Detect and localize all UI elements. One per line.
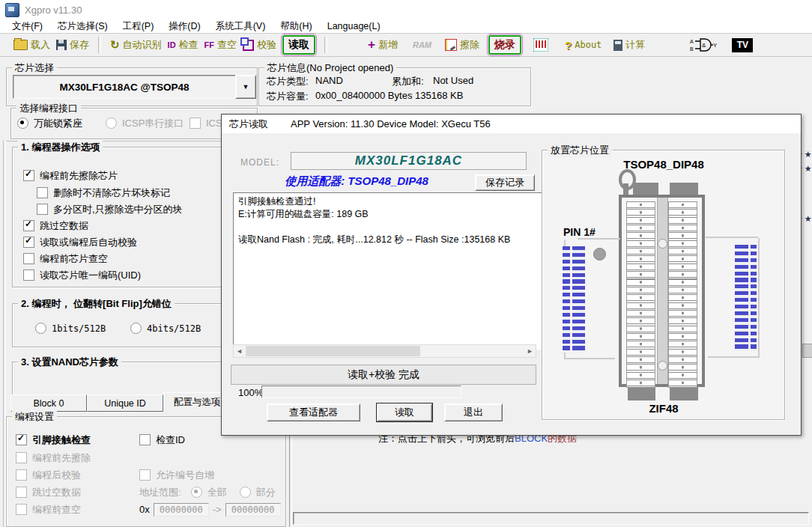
question-icon: ? [565,39,572,52]
tv-icon: TV [732,38,753,52]
scrollbar-fragment[interactable] [802,344,812,358]
auto-identify-button[interactable]: ↻自动识别 [107,35,165,55]
chip-capacity-label: 芯片容量: [267,90,309,103]
view-adapter-button[interactable]: 查看适配器 [267,403,360,421]
radio-4bit-512b[interactable]: 4bits/512B [130,323,201,334]
bit-flip-group: 2. 编程时， 位翻转[Bit Flip]允错位 1bits/512B 4bit… [12,303,222,347]
checkbox-erase-before-program[interactable]: 编程前先擦除芯片 [23,170,118,181]
checkbox-blank-before-disabled: 编程前查空 [16,504,81,515]
application-window: Xgpro v11.30 文件(F) 芯片选择(S) 工程(P) 操作(D) 系… [0,0,812,527]
scroll-left-icon[interactable]: ◄ [234,346,245,356]
checkbox-icon [16,487,27,498]
toolbar-separator [324,37,327,53]
chip-capacity-value: 0x00_08400000 Bytes 135168 KB [315,90,463,101]
calculator-button[interactable]: 计算 [610,35,648,55]
erase-icon [445,39,457,51]
horizontal-scrollbar[interactable]: ◄ ► [233,344,536,358]
exit-button[interactable]: 退出 [444,403,503,421]
log-line [238,221,540,234]
checkbox-erase-selected-partition[interactable]: 多分区时,只擦除选中分区的块 [37,204,215,215]
model-label: MODEL: [240,157,279,168]
socket-tab [670,183,698,195]
blank-check-button[interactable]: FF查空 [202,35,240,55]
read-button[interactable]: 读取 [282,35,315,55]
check-id-button[interactable]: ID检查 [165,35,202,55]
toolbar-separator [98,37,101,53]
pin-strip [563,246,570,353]
log-output[interactable]: 引脚接触检查通过! E:计算可用的磁盘容量: 189 GB 读取Nand Fla… [233,192,545,350]
svg-text:&: & [702,42,706,49]
checkbox-verify-after-disabled: 编程后校验 [16,469,81,481]
logic-gate-button[interactable]: A B & Y [687,35,720,55]
tab-unique-id[interactable]: Unique ID [87,395,163,412]
nand-params-title: 3. 设置NAND芯片参数 [18,356,121,369]
chip-select-combo[interactable]: MX30LF1G18AC @TSOP48 [13,75,236,99]
checkbox-auto-verify[interactable]: 读取或编程后自动校验 [23,237,137,248]
menu-system-tools[interactable]: 系统工具(V) [208,20,273,33]
radio-icon [106,118,117,129]
tv-button[interactable]: TV [729,35,756,55]
scrollbar-thumb[interactable] [246,346,420,356]
checkbox-auto-increment-disabled: 允许编号自增 [139,469,214,481]
programmer-options-group: 1. 编程器操作选项 编程前先擦除芯片 删除时不清除芯片坏块标记 多分区时,只擦… [12,147,222,287]
guide-line [578,238,620,240]
pin-strip [572,246,585,353]
about-button[interactable]: ?About [562,35,605,55]
checkbox-check-id[interactable]: 检查ID [139,434,185,445]
menu-file[interactable]: 文件(F) [4,20,50,33]
menu-help[interactable]: 帮助(H) [273,20,319,33]
socket-screw [658,239,667,249]
plus-icon: + [368,39,375,51]
dialog-title-bar: 芯片读取 APP Version: 11.30 Device Model: XG… [222,115,801,133]
ram-icon: RAM [413,40,431,49]
pin-column-right [668,201,697,388]
checkbox-icon [139,434,151,445]
checkbox-skip-blank-data[interactable]: 跳过空数据 [23,220,88,231]
radio-icon [191,487,202,498]
ff-icon: FF [204,40,214,49]
read-dialog-button[interactable]: 读取 [377,403,432,421]
dialog-title: 芯片读取 [229,118,268,131]
model-value: MX30LF1G18AC [355,153,462,168]
svg-text:Y: Y [713,42,717,49]
checkbox-keep-badblock-marks[interactable]: 删除时不清除芯片坏块标记 [37,187,170,198]
pin-strip [751,245,757,351]
programmer-options-title: 1. 编程器操作选项 [18,141,103,154]
checkbox-read-uid[interactable]: 读取芯片唯一编码(UID) [23,269,141,281]
chip-placement-label: 放置芯片位置 [548,144,612,157]
adapter-info: 使用适配器: TSOP48_DIP48 [252,174,461,189]
checkbox-blank-check-before[interactable]: 编程前芯片查空 [23,253,108,264]
guide-line [708,356,760,358]
checkbox-icon [23,220,34,231]
svg-text:A: A [690,39,694,44]
add-button[interactable]: +新增 [365,35,401,55]
chip-icon [533,38,548,52]
chip-program-button[interactable] [530,35,551,55]
log-line: 引脚接触检查通过! [238,195,540,208]
tab-block0[interactable]: Block 0 [10,395,87,412]
chip-select-dropdown-button[interactable]: ▼ [235,75,256,99]
log-line: 读取Nand Flash : 完成, 耗时...12.812 秒 -- Flas… [238,234,540,246]
dialog-subtitle: APP Version: 11.30 Device Model: XGecu T… [291,118,491,130]
progress-percent: 100% [238,387,263,398]
menu-project[interactable]: 工程(P) [115,20,162,33]
checkbox-pin-contact-check[interactable]: 引脚接触检查 [16,434,91,445]
bottom-status-bar [293,512,809,525]
save-log-button[interactable]: 保存记录 [475,174,535,191]
verify-button[interactable]: 校验 [240,35,279,55]
radio-universal-socket[interactable]: 万能锁紧座 [17,118,82,129]
menu-chip-select[interactable]: 芯片选择(S) [50,20,115,33]
hex-prefix-label: 0x [139,504,150,515]
radio-1bit-512b[interactable]: 1bits/512B [35,323,106,334]
guide-line [706,237,758,238]
load-button[interactable]: 载入 [10,35,53,55]
menu-language[interactable]: Language(L) [320,21,388,31]
menu-operation[interactable]: 操作(D) [161,20,207,33]
checkbox-icon [190,118,201,129]
scroll-right-icon[interactable]: ► [524,346,536,356]
save-button[interactable]: 保存 [53,35,92,55]
chip-select-group: 芯片选择 MX30LF1G18AC @TSOP48 ▼ [6,67,258,106]
erase-button[interactable]: 擦除 [442,35,482,55]
burn-button[interactable]: 烧录 [488,35,521,55]
guide-line [758,238,760,356]
